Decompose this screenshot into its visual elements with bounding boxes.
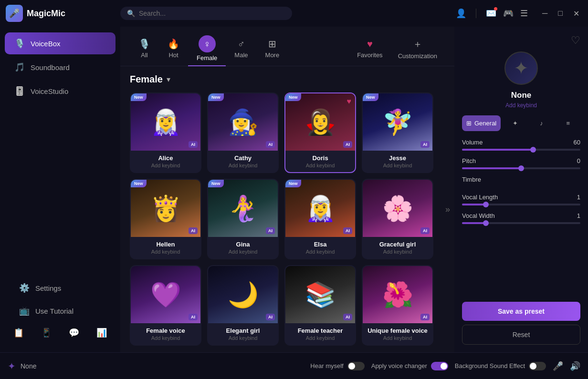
volume-slider-row: Volume 60 [462,139,580,151]
panel-add-keybind[interactable]: Add keybind [462,102,580,109]
voice-keybind-elegant[interactable]: Add keybind [213,335,273,341]
sidebar-item-voicestudio[interactable]: 🎚️ VoiceStudio [5,80,116,102]
panel-avatar-icon: ✦ [514,58,529,79]
sidebar-bottom-icons: 📋 📱 💬 📊 [5,323,116,343]
sidebar-item-settings[interactable]: ⚙️ Settings [10,277,111,299]
background-sound-control: Background Sound Effect [455,362,546,370]
chat-icon[interactable]: 💬 [69,328,79,338]
discord-icon[interactable]: 🎮 [503,8,514,19]
voice-keybind-cathy[interactable]: Add keybind [213,163,273,168]
new-badge-elsa: New [285,180,301,187]
minimize-button[interactable]: ─ [539,8,550,19]
voice-keybind-jesse[interactable]: Add keybind [368,163,428,168]
voice-info-elsa: Elsa Add keybind [285,237,355,258]
maximize-button[interactable]: □ [555,8,566,19]
apply-voice-changer-control: Apply voice changer [371,362,448,370]
panel-tab-general[interactable]: ⊞ General [462,115,501,131]
voice-avatar-cathy: New AI 🧙‍♀️ [208,93,278,151]
voice-card-jesse[interactable]: New AI 🧚‍♀️ Jesse Add keybind [362,92,433,173]
background-sound-toggle[interactable] [529,362,546,370]
vocal-width-label: Vocal Width [462,212,495,219]
favorites-icon: ♥ [367,39,373,50]
tab-hot[interactable]: 🔥 Hot [159,34,188,63]
vocal-length-slider-track[interactable] [462,204,580,205]
reset-button[interactable]: Reset [462,325,580,345]
sidebar-label-tutorial: Use Tutorial [35,307,74,315]
sidebar-item-voicebox[interactable]: 🎙️ VoiceBox [5,32,116,54]
voice-keybind-alice[interactable]: Add keybind [136,163,196,168]
pitch-label: Pitch [462,157,476,164]
sidebar-item-tutorial[interactable]: 📺 Use Tutorial [10,300,111,322]
tab-favorites[interactable]: ♥ Favorites [349,35,390,62]
tab-more[interactable]: ⊞ More [257,34,288,63]
new-badge-gina: New [208,180,224,187]
pitch-slider-thumb [518,165,524,171]
voice-card-fteacher[interactable]: AI 📚 Female teacher Add keybind [284,265,356,346]
panel-tab-effects[interactable]: ✦ [503,115,527,131]
sidebar-item-soundboard[interactable]: 🎵 Soundboard [5,56,116,78]
ai-badge-elegant: AI [266,314,275,320]
voice-grid-area: Female ▾ New AI 🧝‍♀️ Alice Add keybind N… [120,66,454,352]
search-bar[interactable]: 🔍 [120,7,292,20]
user-icon[interactable]: 👤 [456,8,466,19]
voice-card-hellen[interactable]: New AI 👸 Hellen Add keybind [130,179,201,259]
tab-customization[interactable]: ＋ Customization [390,34,445,63]
voice-info-fteacher: Female teacher Add keybind [285,323,355,345]
panel-tab-music[interactable]: ♪ [529,115,554,131]
vocal-width-label-row: Vocal Width 1 [462,212,580,219]
voice-keybind-graceful[interactable]: Add keybind [368,249,428,255]
voice-card-gina[interactable]: New AI 🧜‍♀️ Gina Add keybind [207,179,279,259]
eq-icon: ≡ [566,120,570,127]
panel-tab-eq[interactable]: ≡ [556,115,580,131]
voice-keybind-fvoice[interactable]: Add keybind [136,335,196,341]
voice-card-graceful[interactable]: AI 🌸 Graceful girl Add keybind [362,179,433,259]
voice-keybind-fteacher[interactable]: Add keybind [290,335,350,341]
voice-card-doris[interactable]: New ♥ AI 🧛‍♀️ Doris Add keybind [284,92,356,173]
ai-badge-hellen: AI [189,227,198,234]
collapse-panel-button[interactable]: » [441,201,454,218]
voice-keybind-doris[interactable]: Add keybind [290,163,350,168]
clipboard-icon[interactable]: 📋 [13,328,24,338]
menu-icon[interactable]: ☰ [520,8,528,19]
vocal-width-slider-track[interactable] [462,222,580,224]
volume-slider-track[interactable] [462,149,580,151]
soundboard-icon: 🎵 [14,62,25,72]
ai-badge-doris: AI [343,141,352,148]
section-arrow[interactable]: ▾ [167,75,170,84]
voice-keybind-hellen[interactable]: Add keybind [136,249,196,255]
hear-myself-toggle[interactable] [347,362,365,370]
mail-icon[interactable]: ✉️ [486,8,496,19]
tab-male[interactable]: ♂ Male [226,35,256,63]
microphone-icon[interactable]: 🎤 [553,361,563,371]
voice-grid-container: Female ▾ New AI 🧝‍♀️ Alice Add keybind N… [120,66,441,352]
voice-keybind-ufvoice[interactable]: Add keybind [368,335,428,341]
chart-icon[interactable]: 📊 [96,328,107,338]
tab-customization-label: Customization [398,52,437,60]
voice-card-ufvoice[interactable]: AI 🌺 Unique female voice Add keybind [362,265,433,346]
speaker-icon[interactable]: 🔊 [570,361,580,371]
more-icon: ⊞ [268,38,276,50]
tab-all[interactable]: 🎙️ All [130,34,159,63]
tutorial-icon: 📺 [19,306,30,316]
voice-info-fvoice: Female voice Add keybind [131,323,200,345]
search-input[interactable] [139,10,285,17]
vocal-length-label-row: Vocal Length 1 [462,194,580,201]
voice-card-elegant[interactable]: AI 🌙 Elegant girl Add keybind [207,265,279,346]
voice-card-alice[interactable]: New AI 🧝‍♀️ Alice Add keybind [130,92,201,173]
close-button[interactable]: ✕ [570,8,582,19]
tab-female[interactable]: ♀ Female [188,31,226,66]
voice-card-elsa[interactable]: New AI 🧝‍♀️ Elsa Add keybind [284,179,356,259]
ai-badge-alice: AI [189,141,198,148]
apply-voice-changer-toggle[interactable] [431,362,448,370]
voice-keybind-gina[interactable]: Add keybind [213,249,273,255]
save-preset-button[interactable]: Save as preset [462,302,580,321]
voice-info-graceful: Graceful girl Add keybind [363,237,432,258]
pitch-slider-track[interactable] [462,167,580,169]
voice-card-cathy[interactable]: New AI 🧙‍♀️ Cathy Add keybind [207,92,279,173]
phone-icon[interactable]: 📱 [41,328,52,338]
content-area: 🎙️ All 🔥 Hot ♀ Female ♂ Male ⊞ More [120,27,454,352]
hot-icon: 🔥 [168,38,179,50]
voice-card-fvoice[interactable]: AI 💜 Female voice Add keybind [130,265,201,346]
panel-favorite-button[interactable]: ♡ [571,34,580,47]
voice-keybind-elsa[interactable]: Add keybind [290,249,350,255]
